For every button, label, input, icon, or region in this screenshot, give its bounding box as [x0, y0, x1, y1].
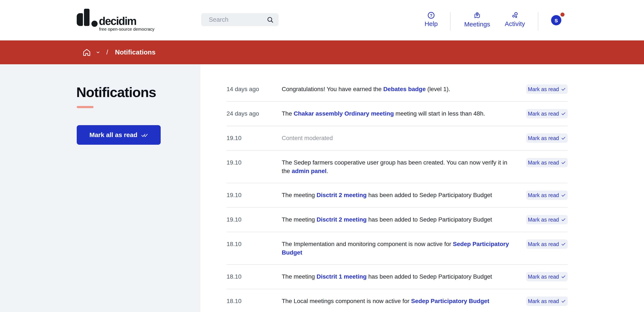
check-icon: [561, 87, 566, 92]
mark-as-read-button[interactable]: Mark as read: [526, 158, 568, 167]
avatar-initial: s: [554, 17, 558, 24]
notification-action: Mark as read: [526, 85, 568, 94]
page-title: Notifications: [76, 84, 156, 100]
header: decidim free open-source democracy ? Hel…: [0, 0, 644, 40]
notification-text-segment: The: [282, 110, 294, 117]
notification-action: Mark as read: [526, 297, 568, 306]
notification-row: 18.10The meeting Disctrit 1 meeting has …: [226, 265, 568, 289]
svg-text:?: ?: [430, 13, 432, 18]
notification-date: 18.10: [226, 297, 282, 306]
notification-link[interactable]: admin panel: [292, 168, 326, 174]
mark-as-read-button[interactable]: Mark as read: [526, 85, 568, 94]
notification-date: 19.10: [226, 191, 282, 199]
mark-all-label: Mark all as read: [89, 131, 137, 139]
nav-meetings-label: Meetings: [464, 21, 490, 27]
logo-brand: decidim: [99, 16, 136, 27]
notification-action: Mark as read: [526, 240, 568, 249]
search-icon[interactable]: [266, 16, 274, 23]
mark-as-read-label: Mark as read: [528, 135, 559, 141]
notification-link[interactable]: Debates badge: [383, 86, 426, 92]
notification-text-segment: (level 1).: [426, 86, 450, 92]
mark-as-read-label: Mark as read: [528, 192, 559, 198]
map-pin-icon: [473, 11, 481, 19]
check-icon: [561, 136, 566, 141]
notification-action: Mark as read: [526, 109, 568, 118]
notification-row: 19.10Content moderatedMark as read: [226, 126, 568, 151]
check-icon: [561, 160, 566, 165]
notification-link[interactable]: Sedep Participatory Budget: [411, 298, 489, 304]
title-accent-bar: [77, 106, 94, 108]
home-icon[interactable]: [82, 48, 92, 57]
notification-date: 19.10: [226, 215, 282, 224]
mark-as-read-button[interactable]: Mark as read: [526, 239, 568, 249]
decidim-logo[interactable]: decidim free open-source democracy: [0, 0, 158, 40]
notification-date: 14 days ago: [226, 85, 282, 93]
notification-text: The Local meetings component is now acti…: [282, 297, 526, 306]
check-icon: [561, 111, 566, 116]
help-icon: ?: [427, 11, 435, 19]
mark-as-read-button[interactable]: Mark as read: [526, 215, 568, 224]
notifications-panel: 14 days agoCongratulations! You have ear…: [200, 64, 644, 312]
notification-action: Mark as read: [526, 134, 568, 143]
header-divider: [538, 12, 538, 31]
mark-as-read-label: Mark as read: [528, 241, 559, 247]
notification-text: Content moderated: [282, 134, 526, 142]
notification-text-segment: .: [326, 168, 328, 174]
nav-help-label: Help: [424, 21, 438, 27]
user-avatar[interactable]: s: [551, 15, 561, 25]
mark-as-read-label: Mark as read: [528, 217, 559, 223]
logo-bar-icon: [84, 9, 90, 26]
notification-text-segment: The meeting: [282, 192, 316, 198]
notification-link[interactable]: Disctrit 1 meeting: [316, 273, 366, 280]
sidebar: Notifications Mark all as read: [0, 64, 200, 312]
notification-action: Mark as read: [526, 191, 568, 200]
nav-meetings[interactable]: Meetings: [464, 11, 490, 27]
notification-row: 19.10The Sedep farmers cooperative user …: [226, 151, 568, 183]
logo-dot-icon: [92, 21, 98, 27]
notification-date: 19.10: [226, 134, 282, 142]
nav-help[interactable]: ? Help: [424, 11, 438, 27]
notification-text-segment: The meeting: [282, 216, 316, 223]
notification-row: 19.10The meeting Disctrit 2 meeting has …: [226, 183, 568, 208]
notification-action: Mark as read: [526, 272, 568, 281]
mark-all-as-read-button[interactable]: Mark all as read: [77, 125, 161, 145]
notification-link[interactable]: Chakar assembly Ordinary meeting: [294, 110, 394, 117]
notification-text: The meeting Disctrit 1 meeting has been …: [282, 272, 526, 281]
notification-text: The Implementation and monitoring compon…: [282, 240, 526, 257]
logo-tagline: free open-source democracy: [99, 27, 154, 32]
notification-text: The meeting Disctrit 2 meeting has been …: [282, 191, 526, 199]
mark-as-read-button[interactable]: Mark as read: [526, 272, 568, 281]
breadcrumb: / Notifications: [0, 40, 644, 64]
breadcrumb-current[interactable]: Notifications: [115, 48, 156, 56]
search-box: [201, 13, 278, 26]
notification-text: The Chakar assembly Ordinary meeting mee…: [282, 109, 526, 118]
nav-activity[interactable]: Activity: [505, 11, 525, 27]
notification-text-segment: has been added to Sedep Participatory Bu…: [366, 273, 492, 280]
mark-as-read-button[interactable]: Mark as read: [526, 109, 568, 118]
notification-link[interactable]: Disctrit 2 meeting: [316, 216, 366, 223]
notification-text-segment: Congratulations! You have earned the: [282, 86, 383, 92]
bubbles-icon: [511, 11, 519, 19]
breadcrumb-separator: /: [106, 48, 108, 56]
mark-as-read-label: Mark as read: [528, 298, 559, 304]
notification-text: Congratulations! You have earned the Deb…: [282, 85, 526, 93]
chevron-down-icon[interactable]: [96, 50, 100, 55]
mark-as-read-button[interactable]: Mark as read: [526, 190, 568, 200]
notification-action: Mark as read: [526, 215, 568, 224]
notification-row: 14 days agoCongratulations! You have ear…: [226, 77, 568, 102]
logo-bar-icon: [77, 13, 83, 26]
notification-link[interactable]: Disctrit 2 meeting: [316, 192, 366, 198]
page: decidim free open-source democracy ? Hel…: [0, 0, 644, 312]
mark-as-read-button[interactable]: Mark as read: [526, 297, 568, 306]
nav-activity-label: Activity: [505, 21, 525, 27]
notification-action: Mark as read: [526, 158, 568, 167]
mark-as-read-label: Mark as read: [528, 86, 559, 92]
mark-as-read-button[interactable]: Mark as read: [526, 134, 568, 143]
notification-text-segment: Content moderated: [282, 135, 333, 141]
notification-date: 18.10: [226, 240, 282, 248]
notification-text-segment: meeting will start in less than 48h.: [394, 110, 485, 117]
check-icon: [561, 217, 566, 222]
notification-row: 18.10The Local meetings component is now…: [226, 289, 568, 312]
notification-row: 18.10The Implementation and monitoring c…: [226, 232, 568, 265]
notification-text-segment: has been added to Sedep Participatory Bu…: [366, 216, 492, 223]
